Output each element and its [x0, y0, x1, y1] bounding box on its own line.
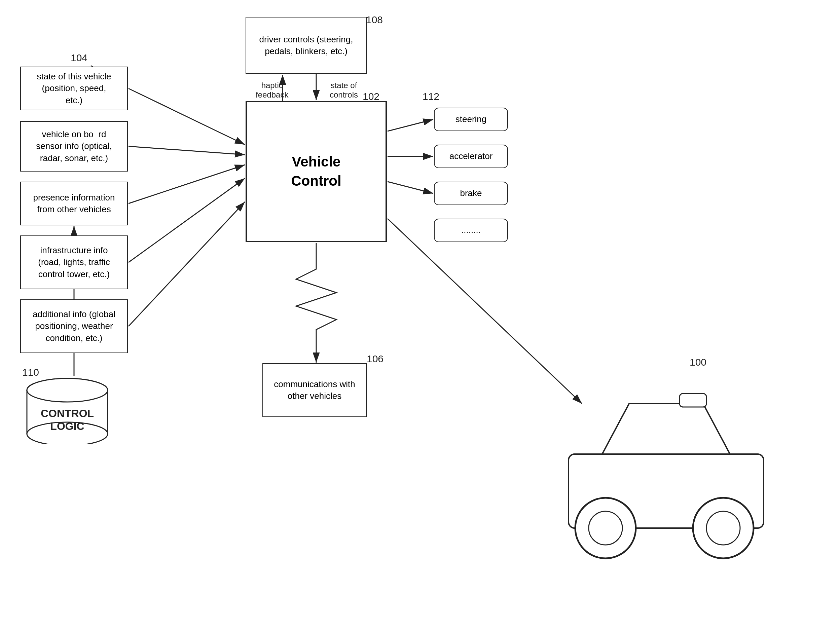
- presence-label: presence information from other vehicles: [25, 192, 122, 215]
- ref-100: 100: [690, 357, 706, 368]
- svg-marker-22: [602, 404, 730, 454]
- state-of-controls-label: state ofcontrols: [330, 81, 358, 99]
- vehicle-control-box: VehicleControl: [246, 101, 387, 242]
- svg-rect-27: [679, 393, 706, 407]
- car-illustration: [548, 370, 784, 572]
- steering-label: steering: [455, 113, 487, 125]
- dots-box: ........: [434, 219, 508, 242]
- haptic-feedback-label: hapticfeedback: [256, 81, 288, 99]
- control-logic-cylinder: CONTROL LOGIC: [20, 377, 114, 444]
- accelerator-label: accelerator: [450, 150, 493, 162]
- state-label: state of this vehicle(position, speed,et…: [37, 71, 111, 106]
- svg-line-6: [128, 165, 245, 204]
- brake-label: brake: [460, 187, 482, 199]
- driver-controls-box: driver controls (steering, pedals, blink…: [246, 17, 367, 74]
- svg-line-9: [388, 119, 433, 131]
- comms-label: communications with other vehicles: [268, 378, 361, 402]
- additional-label: additional info (globalpositioning, weat…: [33, 308, 115, 344]
- state-box: state of this vehicle(position, speed,et…: [20, 66, 128, 111]
- additional-box: additional info (globalpositioning, weat…: [20, 299, 128, 353]
- ref-108: 108: [366, 14, 383, 25]
- svg-line-11: [388, 182, 433, 193]
- ref-106: 106: [367, 353, 384, 365]
- svg-point-26: [706, 511, 740, 545]
- brake-box: brake: [434, 182, 508, 205]
- presence-box: presence information from other vehicles: [20, 182, 128, 225]
- svg-text:CONTROL: CONTROL: [41, 407, 94, 420]
- svg-line-5: [128, 146, 245, 155]
- ref-110: 110: [22, 366, 39, 378]
- svg-point-24: [589, 511, 622, 545]
- steering-box: steering: [434, 107, 508, 131]
- ref-104: 104: [71, 52, 87, 63]
- infrastructure-box: infrastructure info(road, lights, traffi…: [20, 235, 128, 289]
- sensor-box: vehicle on bo rdsensor info (optical,rad…: [20, 121, 128, 172]
- dots-label: ........: [461, 224, 481, 236]
- ref-102: 102: [363, 91, 379, 102]
- svg-line-4: [128, 88, 245, 145]
- ref-112: 112: [423, 91, 439, 102]
- comms-box: communications with other vehicles: [262, 363, 367, 417]
- accelerator-box: accelerator: [434, 145, 508, 168]
- vehicle-control-label: VehicleControl: [291, 152, 341, 190]
- infrastructure-label: infrastructure info(road, lights, traffi…: [38, 245, 110, 280]
- driver-controls-label: driver controls (steering, pedals, blink…: [251, 34, 361, 57]
- svg-point-18: [27, 378, 107, 402]
- svg-text:LOGIC: LOGIC: [50, 420, 84, 432]
- diagram-container: driver controls (steering, pedals, blink…: [0, 0, 840, 630]
- svg-line-8: [128, 202, 245, 326]
- sensor-label: vehicle on bo rdsensor info (optical,rad…: [36, 128, 112, 164]
- svg-line-7: [128, 178, 245, 262]
